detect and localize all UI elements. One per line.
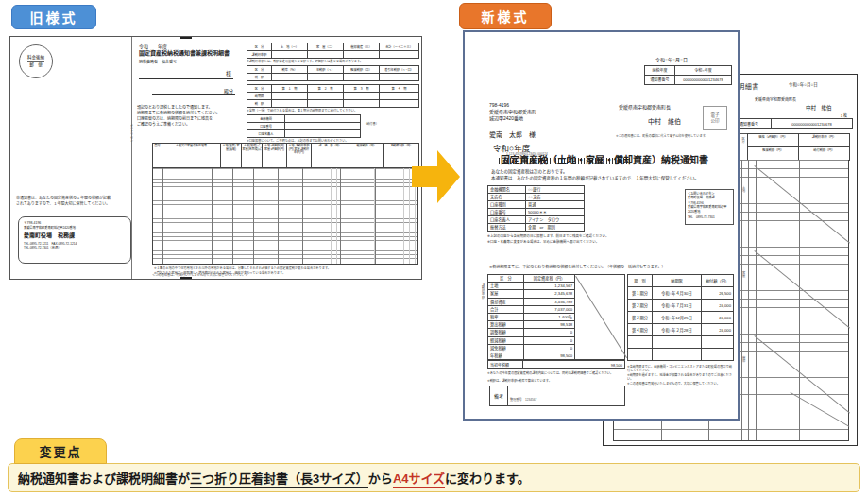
table-cell: 固定資産税（円）: [524, 275, 575, 283]
table-row: 口座名義人アイナン タロウ: [488, 216, 585, 224]
table-cell: 金融機関: [247, 115, 285, 123]
contact-line: 愛南町役場 税務課: [688, 196, 731, 199]
payment-note2: ※納期限を過ぎますと、延滞金が加算される場合がありますのでご注意ください。: [627, 373, 733, 381]
table-cell: 償却資産: [488, 299, 524, 306]
table-cell: 令和○年７月31日: [653, 300, 702, 312]
table-cell: 軽減税額（ロ）: [344, 66, 380, 74]
table-cell: 調整税額: [488, 329, 524, 336]
table-row: 税 額: [247, 100, 419, 108]
table-row: 減免税額0: [488, 345, 575, 352]
page2-mayor-name: 中村 維伯: [806, 105, 832, 112]
table-cell: 家屋: [488, 290, 524, 298]
table-row: 口座番号: [247, 123, 361, 130]
old-form-era: 令和 年度: [139, 43, 167, 50]
old-document-page: 料金後納 郵 便 本通知書は、あなたの固定資産税の１年間の税額が記載 されてあり…: [9, 36, 422, 280]
addressee-line1: [139, 78, 233, 79]
table-cell: 税 額: [247, 74, 272, 81]
table-cell: 土地(地目) 家屋(種類): [221, 144, 242, 168]
payment-table: 期 別納期限納付額（円）第１期分令和○年４月30日26,500第２期分令和○年７…: [627, 274, 734, 361]
table-cell: 口座番号: [488, 209, 526, 216]
old-form-note4: ご確認のうえご準備ください。: [137, 122, 190, 127]
table-cell: 軽減税額: [488, 337, 524, 345]
old-form-subtitle: 納税義務者 指定番号: [139, 60, 177, 64]
banner-text-part1: 納税通知書および課税明細書が: [18, 472, 190, 486]
table-cell: 1,234,567: [524, 283, 575, 290]
table-row: 課税標準額: [247, 51, 419, 59]
table-cell: 納期限: [653, 275, 702, 287]
table-cell: 税率（％）: [272, 66, 308, 74]
table-cell: 合計（一＋二＋三）: [380, 43, 419, 51]
table-row: [628, 349, 734, 361]
table-cell: 24,000: [702, 312, 734, 324]
table-cell: 区 分: [247, 66, 272, 74]
table-cell: 口座種別: [488, 201, 526, 209]
table-cell: [702, 349, 734, 361]
table-cell: 3,456,789: [524, 299, 575, 306]
old-grid-assets-note: ※課税標準額とは、税額算定の基礎となる額です。評価額とは異なる場合があります。: [247, 60, 363, 63]
table-cell: 第 ２ 期: [308, 85, 344, 93]
remarks-text: 整理番号 1234567: [510, 398, 536, 402]
page2-group-house: 家屋: [741, 271, 745, 277]
table-cell: 1.400％: [524, 314, 575, 321]
table-row: 第４期分令和○年２月28日24,000: [628, 324, 734, 336]
table-row: 口座名義人: [247, 130, 361, 138]
table-cell: 合計: [488, 306, 524, 314]
table-cell: [272, 93, 308, 100]
table-cell: 令和○年12月25日: [653, 312, 702, 324]
bank-note2: ※口座・名義等に変更がある場合は、早めに金融機関へ届け出てください。: [487, 240, 676, 245]
table-cell: [702, 336, 734, 349]
page2-group-land: 土地: [741, 186, 745, 192]
new-lead2: 本通知書は、あなたの固定資産税の１年間の税額が記載されていますので、１年間大切に…: [491, 176, 723, 181]
tax-note2: ※税額は、課税標準額×税率で算出しています。: [487, 379, 629, 383]
arrow-right-icon: [412, 148, 461, 205]
change-point-label: 変更点: [39, 442, 81, 460]
old-format-badge: 旧様式: [11, 5, 96, 29]
table-cell: 土 地（一）: [272, 43, 308, 51]
table-cell: 24,000: [702, 324, 734, 336]
table-cell: 令和○年度: [675, 66, 732, 76]
tax-table: 区 分固定資産税（円）土地1,234,567家屋2,345,678償却資産3,4…: [487, 274, 575, 360]
col-divider: [253, 168, 254, 264]
stamp-line2: 郵 便: [29, 62, 43, 68]
table-cell: 第２期分: [628, 300, 653, 312]
old-grid-bank: 金融機関口座番号口座名義人: [247, 114, 361, 138]
table-row: [628, 336, 734, 349]
banner-highlight-a4: A4サイズ: [393, 472, 445, 488]
table-cell: 区 分: [247, 85, 272, 93]
table-cell: 0: [524, 345, 575, 352]
page2-side-header: 区分: [741, 137, 745, 158]
table-row: 家屋2,345,678: [488, 290, 575, 298]
table-row: 合計7,037,000: [488, 306, 575, 314]
bank-table: 金融機関名○○銀行支店名○○支店口座種別普通口座番号50000＊＊口座名義人アイ…: [487, 185, 585, 232]
col-divider: [212, 168, 213, 264]
office-address: 愛媛県南宇和郡愛南町城辺甲2420番地: [24, 226, 126, 230]
change-point-tag: 変更点: [14, 438, 107, 464]
postage-paid-stamp: 料金後納 郵 便: [19, 44, 53, 78]
table-cell: 0000000000001234678: [675, 76, 732, 85]
table-cell: [272, 51, 308, 59]
table-cell: [285, 130, 361, 138]
col-divider: [232, 168, 233, 264]
table-cell: 口座名義人: [488, 216, 526, 224]
table-cell: [653, 336, 702, 349]
table-cell: [285, 123, 361, 130]
digit-columns: [302, 168, 340, 264]
tax-lastrow-label: 当初年税額: [487, 360, 523, 369]
table-row: 償却資産3,456,789: [488, 299, 575, 306]
page2-date: 令和○年○月○日: [789, 82, 818, 88]
table-cell: 令和○年４月30日: [653, 287, 702, 300]
table-cell: [272, 100, 308, 108]
fold-tick-bottom: [180, 277, 192, 279]
change-note-banner: 納税通知書および課税明細書が三つ折り圧着封書（長3サイズ）からA4サイズに変わり…: [8, 463, 860, 492]
table-cell: 軽減税額（円）: [349, 144, 384, 168]
detail-table-body: [152, 168, 418, 265]
table-cell: [380, 100, 419, 108]
table-cell: 口座番号: [247, 123, 285, 130]
table-cell: 登記: [153, 144, 162, 168]
seal-note: ※この通知書には、町長の職印に代えて電子公印を使用しています。: [616, 134, 734, 138]
table-cell: 令和○年２月28日: [653, 324, 702, 336]
old-grid-terms-note: ※全期（一括）で納付される場合は、第１期分の納期限までに納付してください。: [247, 109, 357, 112]
recipient-name: 愛南 太郎 様: [489, 130, 536, 139]
table-cell: 税 額: [247, 100, 272, 108]
table-row: 軽減税額0: [488, 337, 575, 345]
